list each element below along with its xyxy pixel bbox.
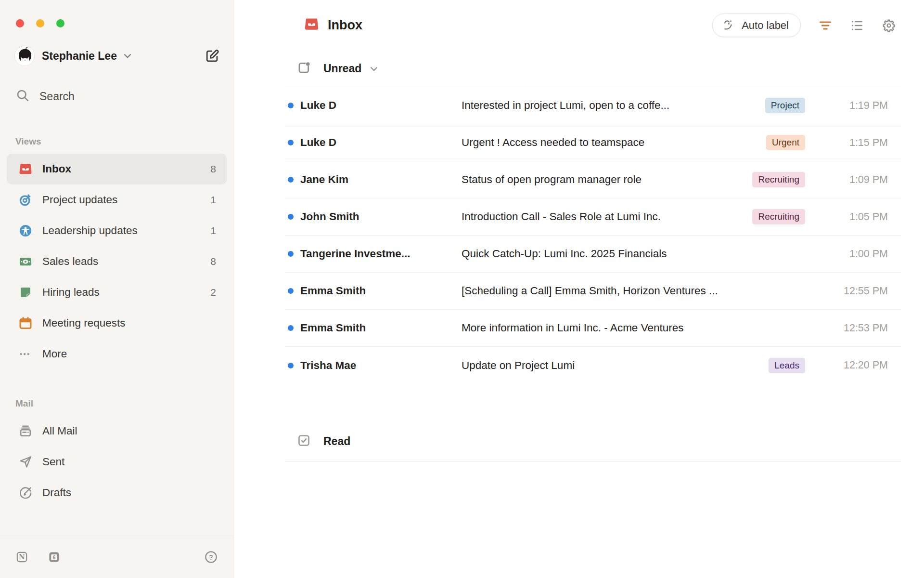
sidebar-item-label: More	[42, 348, 67, 360]
email-sender: Jane Kim	[300, 173, 454, 186]
main-panel: Inbox Auto label Unread Luke DInterested…	[234, 0, 924, 578]
list-view-icon[interactable]	[850, 18, 864, 33]
sidebar-item-drafts[interactable]: Drafts	[7, 477, 227, 508]
email-row[interactable]: Emma Smith[Scheduling a Call] Emma Smith…	[285, 273, 901, 310]
chevron-down-icon[interactable]	[368, 63, 380, 75]
email-row[interactable]: John SmithIntroduction Call - Sales Role…	[285, 198, 901, 236]
sidebar-item-label: Sales leads	[42, 255, 98, 268]
unread-group-label: Unread	[323, 62, 361, 75]
email-time: 1:09 PM	[816, 174, 888, 186]
email-sender: Trisha Mae	[300, 359, 454, 372]
auto-label-icon	[722, 18, 735, 33]
sidebar-item-label: Sent	[42, 456, 64, 468]
compose-button[interactable]	[204, 48, 220, 64]
section-label-mail: Mail	[0, 398, 233, 409]
unread-dot	[288, 140, 294, 145]
sidebar-item-hiring-leads[interactable]: Hiring leads2	[7, 277, 227, 308]
section-label-views: Views	[0, 136, 233, 147]
traffic-zoom[interactable]	[56, 19, 64, 27]
unread-icon	[296, 60, 311, 77]
read-group-header[interactable]: Read	[234, 433, 924, 450]
banknote-icon	[18, 254, 33, 269]
email-sender: Luke D	[300, 136, 454, 149]
unread-dot	[288, 103, 294, 108]
email-subject: Urgent ! Access needed to teamspace	[462, 136, 757, 149]
email-row[interactable]: Luke DUrgent ! Access needed to teamspac…	[285, 124, 901, 161]
email-subject: [Scheduling a Call] Emma Smith, Horizon …	[462, 285, 816, 297]
unread-dot	[288, 288, 294, 294]
email-row[interactable]: Tangerine Investme...Quick Catch-Up: Lum…	[285, 236, 901, 273]
person-circle-icon	[18, 223, 33, 238]
email-sender: Tangerine Investme...	[300, 248, 454, 260]
avatar	[14, 46, 35, 66]
unread-dot	[288, 214, 294, 220]
calendar-app-icon[interactable]: 6	[48, 551, 61, 564]
window-controls	[0, 0, 233, 27]
svg-text:6: 6	[53, 555, 56, 560]
drafts-icon	[18, 486, 33, 500]
account-name: Stephanie Lee	[42, 50, 117, 63]
email-time: 12:20 PM	[816, 359, 888, 371]
email-time: 1:05 PM	[816, 211, 888, 223]
unread-dot	[288, 177, 294, 183]
email-tag: Project	[765, 98, 805, 113]
filter-icon[interactable]	[818, 18, 833, 33]
help-icon[interactable]: ?	[204, 550, 218, 564]
email-tag: Leads	[769, 358, 805, 373]
page-title: Inbox	[328, 18, 362, 33]
settings-gear-icon[interactable]	[882, 18, 896, 33]
sidebar-item-label: Drafts	[42, 486, 71, 499]
email-time: 1:19 PM	[816, 100, 888, 112]
more-icon	[18, 347, 33, 361]
inbox-icon	[18, 162, 33, 176]
email-row[interactable]: Jane KimStatus of open program manager r…	[285, 161, 901, 198]
email-row[interactable]: Trisha MaeUpdate on Project LumiLeads12:…	[285, 347, 901, 384]
sidebar-item-label: All Mail	[42, 425, 77, 437]
email-time: 12:53 PM	[816, 322, 888, 334]
email-subject: Update on Project Lumi	[462, 359, 759, 372]
all-mail-icon	[18, 424, 33, 438]
email-row[interactable]: Luke DInterested in project Lumi, open t…	[285, 87, 901, 124]
unread-count-badge: 1	[210, 225, 216, 236]
target-icon	[18, 193, 33, 207]
auto-label-button[interactable]: Auto label	[712, 13, 801, 37]
notion-app-icon[interactable]: N	[15, 551, 28, 564]
sidebar-item-sent[interactable]: Sent	[7, 447, 227, 477]
main-header: Inbox Auto label	[234, 0, 924, 37]
views-nav: Inbox8Project updates1Leadership updates…	[0, 154, 233, 369]
email-sender: Emma Smith	[300, 285, 454, 297]
sidebar: Stephanie Lee Search Views Inbox8Project…	[0, 0, 234, 578]
unread-dot	[288, 325, 294, 331]
traffic-minimize[interactable]	[36, 19, 44, 27]
email-sender: Emma Smith	[300, 322, 454, 334]
email-row[interactable]: Emma SmithMore information in Lumi Inc. …	[285, 310, 901, 347]
email-tag: Recruiting	[752, 172, 805, 187]
search-label: Search	[39, 90, 75, 103]
sidebar-item-inbox[interactable]: Inbox8	[7, 154, 227, 184]
svg-text:N: N	[19, 553, 25, 561]
chevron-down-icon[interactable]	[122, 50, 133, 62]
email-subject: Quick Catch-Up: Lumi Inc. 2025 Financial…	[462, 248, 816, 260]
unread-group-header[interactable]: Unread	[234, 60, 924, 77]
email-time: 12:55 PM	[816, 285, 888, 297]
calendar-icon	[18, 316, 33, 330]
email-list: Luke DInterested in project Lumi, open t…	[285, 87, 901, 384]
sidebar-item-sales-leads[interactable]: Sales leads8	[7, 246, 227, 277]
email-tag: Urgent	[766, 135, 805, 150]
sidebar-item-project-updates[interactable]: Project updates1	[7, 184, 227, 215]
sidebar-item-more[interactable]: More	[7, 339, 227, 369]
sidebar-item-leadership-updates[interactable]: Leadership updates1	[7, 215, 227, 246]
account-row[interactable]: Stephanie Lee	[14, 46, 220, 66]
search-button[interactable]: Search	[15, 88, 220, 105]
sidebar-footer: N 6 ?	[0, 536, 233, 578]
unread-dot	[288, 363, 294, 368]
unread-count-badge: 1	[210, 194, 216, 206]
sidebar-item-meeting-requests[interactable]: Meeting requests	[7, 308, 227, 339]
unread-count-badge: 8	[210, 163, 216, 175]
sidebar-item-label: Leadership updates	[42, 224, 138, 237]
email-time: 1:15 PM	[816, 137, 888, 149]
email-subject: Interested in project Lumi, open to a co…	[462, 99, 756, 112]
read-group-label: Read	[323, 435, 350, 448]
traffic-close[interactable]	[16, 19, 24, 27]
sidebar-item-all-mail[interactable]: All Mail	[7, 416, 227, 447]
